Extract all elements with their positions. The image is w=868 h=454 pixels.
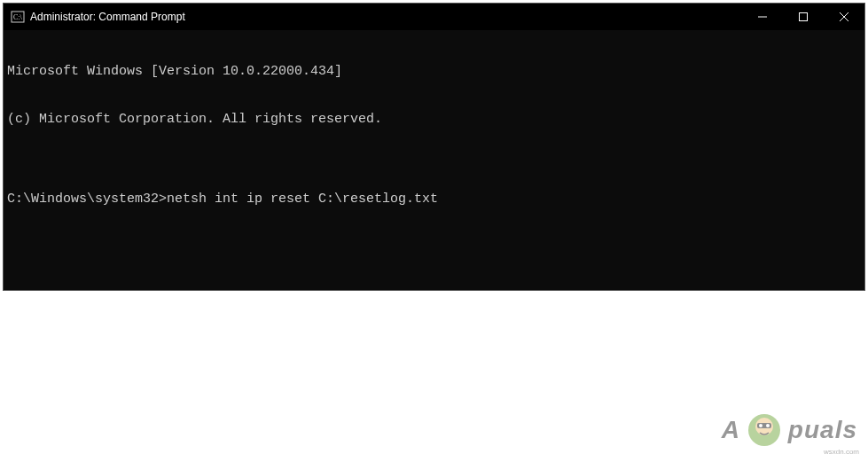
command-prompt-window: C:\ Administrator: Command Prompt: [3, 3, 865, 291]
svg-rect-3: [800, 13, 808, 21]
minimize-button[interactable]: [742, 4, 783, 30]
watermark-mascot-icon: [746, 411, 783, 449]
watermark-text-right: puals: [788, 416, 857, 444]
svg-point-10: [766, 424, 770, 427]
terminal-output-line: (c) Microsoft Corporation. All rights re…: [7, 112, 861, 128]
close-icon: [840, 12, 848, 21]
maximize-button[interactable]: [783, 4, 824, 30]
titlebar[interactable]: C:\ Administrator: Command Prompt: [4, 4, 864, 30]
maximize-icon: [799, 12, 808, 21]
minimize-icon: [758, 12, 767, 21]
credit-text: wsxdn.com: [824, 448, 859, 454]
watermark: A puals: [722, 411, 857, 449]
watermark-text-left: A: [722, 416, 740, 444]
cmd-icon: C:\: [11, 10, 25, 24]
terminal-output-line: Microsoft Windows [Version 10.0.22000.43…: [7, 64, 861, 80]
terminal-prompt-line: C:\Windows\system32> netsh int ip reset …: [7, 192, 861, 207]
svg-text:C:\: C:\: [13, 13, 23, 21]
window-title: Administrator: Command Prompt: [30, 11, 185, 23]
titlebar-left: C:\ Administrator: Command Prompt: [4, 10, 185, 24]
terminal-command: netsh int ip reset C:\resetlog.txt: [167, 192, 438, 207]
close-button[interactable]: [824, 4, 864, 30]
window-controls: [742, 4, 864, 30]
svg-point-9: [759, 424, 762, 427]
terminal-body[interactable]: Microsoft Windows [Version 10.0.22000.43…: [4, 30, 864, 290]
terminal-prompt: C:\Windows\system32>: [7, 192, 167, 207]
